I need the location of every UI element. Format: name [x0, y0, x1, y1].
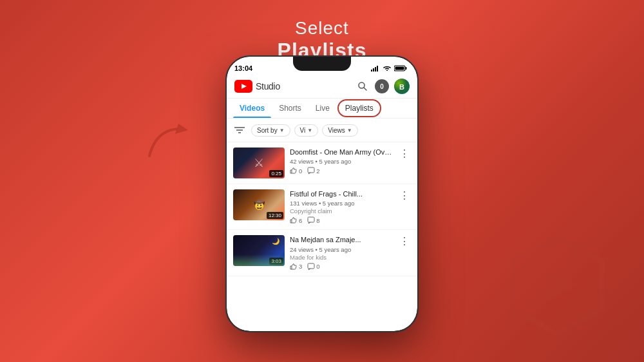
video-meta-3: 24 views • 5 years ago	[290, 246, 393, 253]
tab-videos[interactable]: Videos	[233, 99, 271, 118]
views-chevron: ▼	[347, 128, 352, 133]
vi-chevron: ▼	[307, 128, 312, 133]
yt-studio-text: Studio	[256, 81, 280, 91]
search-icon[interactable]	[355, 79, 370, 93]
stat-likes-1: 0	[290, 167, 302, 175]
video-stats-1: 0 2	[290, 167, 393, 175]
video-more-3[interactable]: ⋮	[398, 235, 411, 247]
filter-icon-btn[interactable]	[232, 122, 247, 138]
video-title-2: Fistful of Frags - Chill...	[290, 189, 393, 198]
notification-avatar[interactable]: 0	[375, 79, 389, 93]
phone-notch	[293, 57, 351, 71]
battery-icon	[394, 65, 407, 71]
status-time: 13:04	[234, 64, 252, 72]
svg-rect-18	[308, 167, 314, 173]
video-duration-2: 12:30	[267, 212, 283, 219]
video-info-1: Doomfist - One Man Army (Overwatch) 42 v…	[290, 148, 393, 175]
yt-logo: Studio	[234, 80, 280, 93]
video-stats-3: 3 0	[290, 263, 393, 271]
stat-likes-3: 3	[290, 263, 302, 271]
youtube-logo-icon	[234, 80, 252, 93]
video-title-3: Na Mejdan sa Zmaje...	[290, 235, 393, 244]
sort-by-chip[interactable]: Sort by ▼	[251, 124, 290, 137]
filter-bar: Sort by ▼ Vi ▼ Views ▼	[227, 119, 417, 142]
video-meta-2: 131 views • 5 years ago	[290, 200, 393, 207]
vi-chip[interactable]: Vi ▼	[294, 124, 319, 137]
svg-rect-7	[406, 67, 407, 70]
video-item-3[interactable]: 3:03 Na Mejdan sa Zmaje... 24 views • 5 …	[227, 230, 417, 276]
phone-screen: 13:04	[227, 57, 417, 331]
title-select: Select	[0, 18, 644, 39]
signal-icon	[371, 65, 380, 71]
yt-studio-header: Studio 0	[227, 75, 417, 99]
watermark-hexagon	[502, 231, 612, 343]
phone-device: 13:04	[225, 55, 419, 332]
video-item-2[interactable]: 12:30 Fistful of Frags - Chill... 131 vi…	[227, 184, 417, 230]
video-duration-3: 3:03	[269, 258, 283, 265]
video-status-3: Made for kids	[290, 254, 393, 261]
svg-rect-3	[373, 68, 374, 71]
tab-playlists[interactable]: Playlists	[337, 99, 381, 117]
video-meta-1: 42 views • 5 years ago	[290, 158, 393, 165]
thumbs-up-icon-3	[290, 263, 298, 271]
status-icons	[371, 65, 407, 71]
svg-rect-19	[308, 217, 314, 222]
comment-icon-3	[307, 263, 315, 271]
svg-text:B: B	[399, 83, 404, 91]
tab-live[interactable]: Live	[309, 99, 336, 118]
video-info-2: Fistful of Frags - Chill... 131 views • …	[290, 189, 393, 224]
video-more-2[interactable]: ⋮	[398, 189, 411, 202]
thumbs-up-icon-2	[290, 216, 298, 224]
video-thumb-1: 0:25	[233, 148, 285, 178]
stat-likes-2: 6	[290, 216, 302, 224]
wifi-icon	[383, 65, 392, 71]
svg-line-12	[364, 88, 366, 90]
sort-chevron: ▼	[279, 128, 285, 133]
video-more-1[interactable]: ⋮	[398, 148, 411, 160]
video-duration-1: 0:25	[269, 170, 283, 177]
comment-icon	[307, 167, 315, 175]
video-title-1: Doomfist - One Man Army (Overwatch)	[290, 148, 393, 157]
profile-avatar[interactable]: B	[394, 79, 410, 94]
stat-comments-2: 8	[307, 216, 319, 224]
svg-marker-1	[546, 269, 578, 301]
stat-comments-3: 0	[307, 263, 319, 271]
yt-header-icons: 0 B	[355, 79, 410, 94]
svg-rect-20	[308, 263, 314, 269]
video-info-3: Na Mejdan sa Zmaje... 24 views • 5 years…	[290, 235, 393, 270]
video-thumb-3: 3:03	[233, 235, 285, 266]
video-stats-2: 6 8	[290, 216, 393, 224]
video-list: 0:25 Doomfist - One Man Army (Overwatch)…	[227, 142, 417, 276]
tabs-bar: Videos Shorts Live Playlists	[227, 99, 417, 119]
video-item-1[interactable]: 0:25 Doomfist - One Man Army (Overwatch)…	[227, 142, 417, 184]
comment-icon-2	[307, 216, 315, 224]
arrow-annotation	[143, 117, 194, 165]
views-chip[interactable]: Views ▼	[322, 124, 357, 137]
svg-rect-8	[395, 67, 404, 70]
svg-rect-5	[377, 66, 378, 71]
video-status-2: Copyright claim	[290, 207, 393, 214]
video-thumb-2: 12:30	[233, 189, 285, 220]
tab-shorts[interactable]: Shorts	[272, 99, 308, 118]
svg-rect-2	[371, 70, 372, 71]
svg-marker-21	[175, 124, 188, 134]
svg-rect-4	[375, 67, 376, 71]
stat-comments-1: 2	[307, 167, 319, 175]
thumbs-up-icon	[290, 167, 298, 175]
